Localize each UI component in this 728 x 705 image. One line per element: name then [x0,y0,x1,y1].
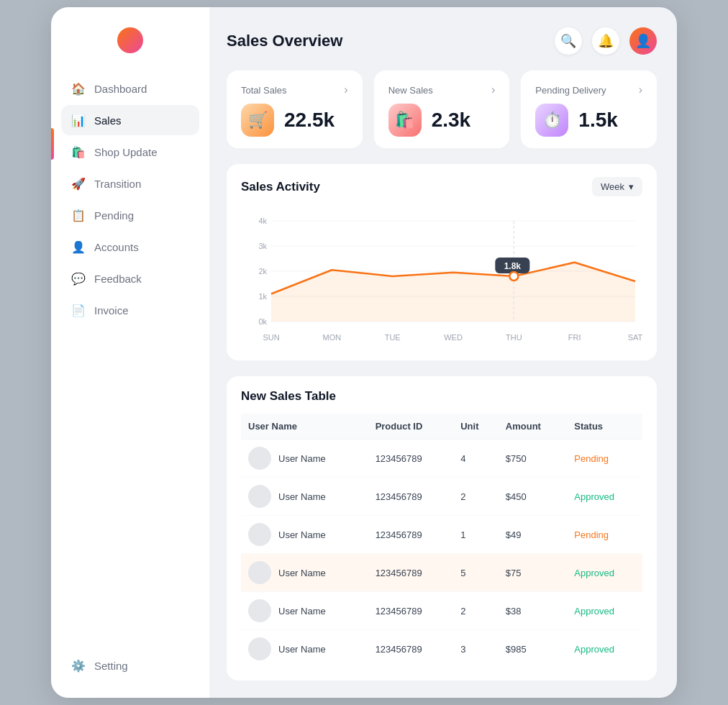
svg-text:3k: 3k [258,242,267,250]
sidebar-label-accounts: Accounts [94,241,139,253]
stat-value: 2.3k [432,109,471,132]
col-header-amount: Amount [499,414,568,440]
gear-icon: ⚙️ [71,658,86,673]
sidebar-bottom: ⚙️ Setting [51,650,209,681]
svg-text:THU: THU [506,333,522,342]
stat-label: Total Sales [241,85,287,96]
table-section: New Sales Table User NameProduct IDUnitA… [227,376,657,681]
table-row[interactable]: User Name1234567894$750Pending [241,440,642,478]
app-container: 🏠 Dashboard 📊 Sales 🛍️ Shop Update 🚀 Tra… [51,7,677,698]
stat-body: ⏱️ 1.5k [535,104,642,137]
unit-cell: 4 [453,440,499,478]
unit-cell: 5 [453,554,499,592]
bell-icon: 🔔 [598,33,614,49]
status-badge: Approved [574,489,614,504]
arrow-right-icon[interactable]: › [491,83,495,96]
user-name-cell: User Name [241,630,368,668]
stat-icon: 🛒 [241,104,274,137]
dashboard-icon: 🏠 [71,81,86,96]
stat-label: Pending Delivery [535,85,606,96]
sidebar-item-dashboard[interactable]: 🏠 Dashboard [61,73,199,104]
main-content: Sales Overview 🔍 🔔 👤 Total Sales › 🛒 2 [209,7,677,698]
user-avatar[interactable]: 👤 [629,27,657,55]
table-row[interactable]: User Name1234567893$985Approved [241,630,642,668]
shop-update-icon: 🛍️ [71,145,86,159]
table-row[interactable]: User Name1234567892$38Approved [241,592,642,630]
sidebar-item-invoice[interactable]: 📄 Invoice [61,295,199,325]
chart-header: Sales Activity Week ▾ [241,177,642,196]
invoice-icon: 📄 [71,303,86,317]
status-badge: Pending [574,527,609,542]
status-cell: Pending [567,440,642,478]
stat-card-header: New Sales › [388,83,496,96]
chart-section: Sales Activity Week ▾ 0k1k2k3k4k1.8kSUNM… [227,164,657,360]
user-name-cell: User Name [241,592,368,630]
svg-text:SUN: SUN [263,333,279,342]
stat-card-header: Pending Delivery › [535,83,642,96]
user-avatar-circle [248,599,271,622]
sidebar-item-accounts[interactable]: 👤 Accounts [61,232,199,262]
notifications-button[interactable]: 🔔 [592,27,619,55]
product_id-cell: 123456789 [368,630,454,668]
arrow-right-icon[interactable]: › [639,83,642,96]
status-cell: Approved [567,630,642,668]
svg-text:MON: MON [322,333,341,342]
table-header: User NameProduct IDUnitAmountStatus [241,414,642,440]
arrow-right-icon[interactable]: › [344,83,347,96]
table-row[interactable]: User Name1234567891$49Pending [241,516,642,554]
stat-card-pending-delivery: Pending Delivery › ⏱️ 1.5k [521,70,657,148]
amount-cell: $985 [499,630,568,668]
status-cell: Approved [567,554,642,592]
col-header-unit: Unit [453,414,499,440]
user-name-text: User Name [278,606,326,617]
search-icon: 🔍 [560,33,576,49]
user-name-text: User Name [278,568,326,578]
page-header: Sales Overview 🔍 🔔 👤 [227,27,657,55]
header-actions: 🔍 🔔 👤 [555,27,657,55]
amount-cell: $450 [499,478,568,516]
sidebar-item-sales[interactable]: 📊 Sales [61,105,199,135]
status-badge: Approved [574,642,614,657]
sidebar-item-setting[interactable]: ⚙️ Setting [61,650,199,681]
table-title: New Sales Table [241,389,642,404]
transition-icon: 🚀 [71,176,86,191]
amount-cell: $750 [499,440,568,478]
avatar-icon: 👤 [635,33,651,49]
user-name-text: User Name [278,529,326,540]
pending-icon: 📋 [71,208,86,222]
svg-text:1k: 1k [258,292,267,301]
user-name-cell: User Name [241,478,368,516]
svg-point-13 [509,272,518,281]
stat-card-new-sales: New Sales › 🛍️ 2.3k [374,70,510,148]
table-row[interactable]: User Name1234567895$75Approved [241,554,642,592]
unit-cell: 1 [453,516,499,554]
search-button[interactable]: 🔍 [555,27,582,55]
amount-cell: $49 [499,516,568,554]
status-badge: Approved [574,565,614,581]
table-body: User Name1234567894$750PendingUser Name1… [241,440,642,668]
sidebar-item-pending[interactable]: 📋 Pending [61,200,199,230]
product_id-cell: 123456789 [368,478,454,516]
status-cell: Approved [567,592,642,630]
product_id-cell: 123456789 [368,516,454,554]
product_id-cell: 123456789 [368,440,454,478]
col-header-product-id: Product ID [368,414,454,440]
user-avatar-circle [248,637,271,660]
table-header-row: User NameProduct IDUnitAmountStatus [241,414,642,440]
status-badge: Approved [574,604,614,619]
svg-text:FRI: FRI [568,333,581,342]
sidebar-item-shop-update[interactable]: 🛍️ Shop Update [61,137,199,167]
week-filter-button[interactable]: Week ▾ [592,177,642,196]
stats-row: Total Sales › 🛒 22.5k New Sales › 🛍️ 2.3… [227,70,657,148]
sidebar-label-sales: Sales [94,114,122,127]
sidebar-item-feedback[interactable]: 💬 Feedback [61,263,199,294]
amount-cell: $38 [499,592,568,630]
status-cell: Approved [567,478,642,516]
sidebar-item-transition[interactable]: 🚀 Transition [61,168,199,199]
user-name-cell: User Name [241,554,368,592]
sales-icon: 📊 [71,113,86,127]
user-name-cell: User Name [241,516,368,554]
table-row[interactable]: User Name1234567892$450Approved [241,478,642,516]
week-label: Week [601,181,624,192]
amount-cell: $75 [499,554,568,592]
